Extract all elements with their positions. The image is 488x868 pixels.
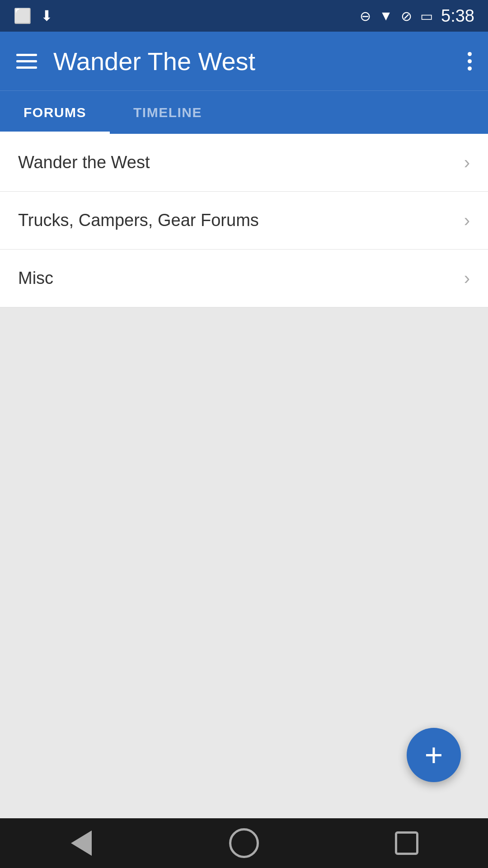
hamburger-menu-icon[interactable] xyxy=(16,54,37,69)
home-button[interactable] xyxy=(221,821,267,866)
tab-forums[interactable]: FORUMS xyxy=(0,91,110,134)
status-time: 5:38 xyxy=(441,6,474,26)
nav-bar xyxy=(0,818,488,868)
forum-item-trucks[interactable]: Trucks, Campers, Gear Forums › xyxy=(0,192,488,250)
status-bar-left: ⬜ ⬇ xyxy=(14,7,53,24)
home-nav-icon xyxy=(229,828,259,858)
download-icon: ⬇ xyxy=(41,7,53,24)
chevron-right-icon: › xyxy=(464,152,470,173)
forum-item-misc[interactable]: Misc › xyxy=(0,250,488,307)
forum-item-label: Trucks, Campers, Gear Forums xyxy=(18,211,259,230)
forum-item-label: Misc xyxy=(18,269,53,288)
recents-nav-icon xyxy=(395,831,418,855)
forum-list: Wander the West › Trucks, Campers, Gear … xyxy=(0,134,488,307)
photo-icon: ⬜ xyxy=(14,7,32,24)
battery-icon: ▭ xyxy=(420,8,433,24)
minus-icon: ⊖ xyxy=(360,8,371,24)
chevron-right-icon: › xyxy=(464,268,470,288)
chevron-right-icon: › xyxy=(464,210,470,231)
tab-timeline[interactable]: TIMELINE xyxy=(110,91,225,134)
app-bar-left: Wander The West xyxy=(16,47,255,76)
signal-icon: ⊘ xyxy=(401,8,412,24)
status-bar: ⬜ ⬇ ⊖ ▼ ⊘ ▭ 5:38 xyxy=(0,0,488,32)
wifi-icon: ▼ xyxy=(379,8,393,24)
fab-button[interactable]: + xyxy=(407,728,461,782)
forum-item-label: Wander the West xyxy=(18,153,150,172)
back-nav-icon xyxy=(71,830,92,856)
recents-button[interactable] xyxy=(384,821,429,866)
forum-item-wander[interactable]: Wander the West › xyxy=(0,134,488,192)
app-title: Wander The West xyxy=(53,47,255,76)
back-button[interactable] xyxy=(59,821,104,866)
status-bar-right: ⊖ ▼ ⊘ ▭ 5:38 xyxy=(360,6,474,26)
empty-area: + xyxy=(0,307,488,818)
add-icon: + xyxy=(425,739,443,771)
tab-bar: FORUMS TIMELINE xyxy=(0,90,488,134)
app-bar: Wander The West xyxy=(0,32,488,90)
more-options-icon[interactable] xyxy=(468,52,472,71)
